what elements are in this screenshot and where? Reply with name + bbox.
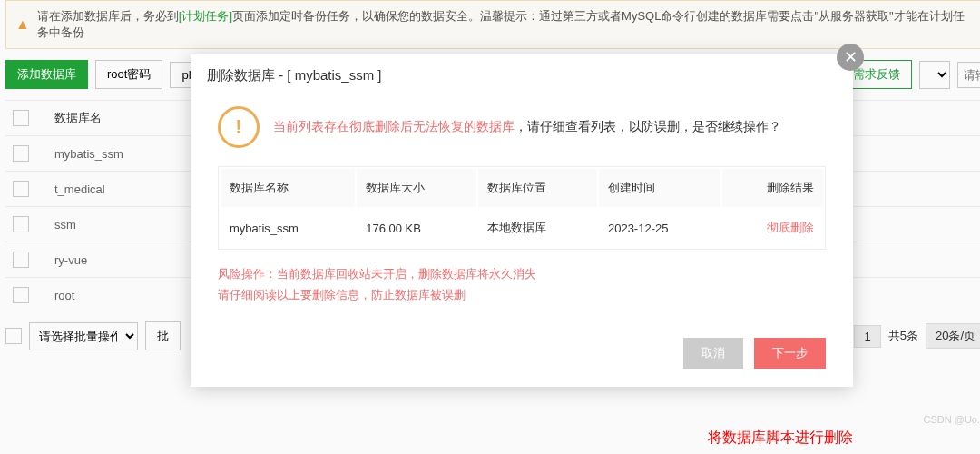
col-db-time: 创建时间 (599, 169, 720, 207)
delete-row: mybatis_ssm 176.00 KB 本地数据库 2023-12-25 彻… (220, 209, 823, 247)
delete-list-table: 数据库名称 数据库大小 数据库位置 创建时间 删除结果 mybatis_ssm … (218, 166, 826, 250)
modal-message: 当前列表存在彻底删除后无法恢复的数据库，请仔细查看列表，以防误删，是否继续操作？ (273, 119, 781, 135)
watermark: CSDN @Uo. (923, 414, 980, 425)
close-icon[interactable]: ✕ (837, 44, 864, 71)
delete-modal: ✕ 删除数据库 - [ mybatis_ssm ] ! 当前列表存在彻底删除后无… (191, 54, 853, 387)
col-db-result: 删除结果 (722, 169, 823, 207)
col-db-name: 数据库名称 (220, 169, 355, 207)
col-db-loc: 数据库位置 (478, 169, 597, 207)
cancel-button[interactable]: 取消 (683, 338, 743, 369)
modal-title: 删除数据库 - [ mybatis_ssm ] (191, 54, 853, 97)
annotation-text: 将数据库脚本进行删除 (708, 429, 853, 448)
warning-icon: ! (218, 106, 260, 148)
col-db-size: 数据库大小 (357, 169, 475, 207)
next-button[interactable]: 下一步 (754, 338, 826, 369)
risk-warning: 风险操作：当前数据库回收站未开启，删除数据库将永久消失 请仔细阅读以上要删除信息… (218, 263, 826, 306)
